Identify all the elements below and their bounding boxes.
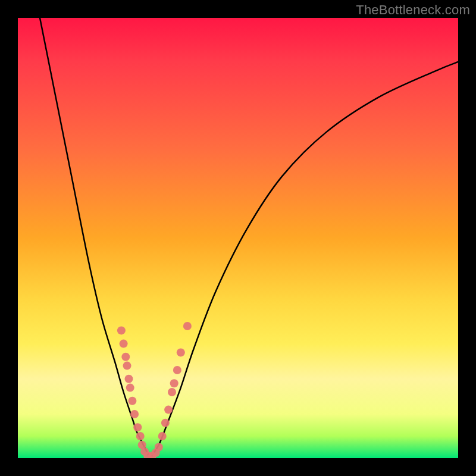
chart-container: TheBottleneck.com <box>0 0 476 476</box>
svg-point-15 <box>155 443 163 452</box>
left-curve <box>40 18 150 458</box>
svg-point-1 <box>120 340 128 348</box>
svg-point-4 <box>124 375 133 383</box>
svg-point-23 <box>183 322 192 330</box>
svg-point-19 <box>168 388 176 396</box>
svg-point-21 <box>173 366 181 374</box>
svg-point-17 <box>161 419 170 427</box>
svg-point-3 <box>123 362 131 370</box>
svg-point-9 <box>136 432 145 440</box>
plot-area <box>18 18 458 458</box>
chart-svg <box>18 18 458 458</box>
svg-point-7 <box>130 410 139 418</box>
watermark-text: TheBottleneck.com <box>356 2 470 18</box>
svg-point-16 <box>158 432 167 440</box>
right-curve <box>150 62 458 458</box>
svg-point-8 <box>133 423 142 431</box>
svg-point-5 <box>126 384 134 392</box>
svg-point-22 <box>177 348 185 356</box>
svg-point-6 <box>128 397 136 405</box>
svg-point-18 <box>164 406 173 414</box>
svg-point-2 <box>121 353 130 361</box>
svg-point-20 <box>170 379 178 387</box>
svg-point-0 <box>117 326 126 334</box>
